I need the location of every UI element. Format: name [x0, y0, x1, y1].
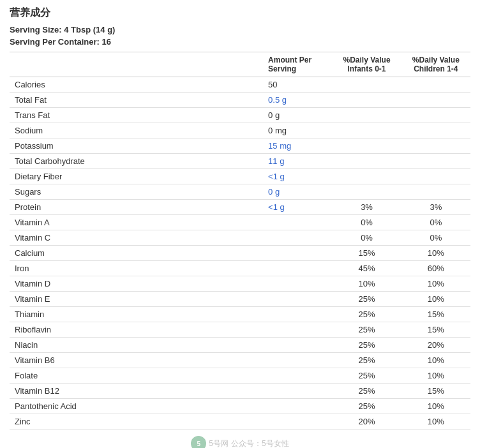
nutrient-amount: [263, 414, 332, 429]
table-row: Zinc20%10%: [10, 414, 470, 429]
nutrient-name: Protein: [10, 200, 263, 215]
nutrition-table: Amount Per Serving %Daily Value Infants …: [10, 52, 470, 429]
serving-per-value: 16: [102, 37, 111, 47]
nutrient-amount: 50: [263, 77, 332, 93]
panel-title: 营养成分: [10, 6, 470, 20]
nutrient-name: Vitamin C: [10, 230, 263, 246]
nutrient-dv1: 25%: [332, 307, 401, 322]
nutrient-name: Iron: [10, 261, 263, 276]
nutrient-dv1: 15%: [332, 246, 401, 261]
table-row: Total Fat0.5 g: [10, 93, 470, 108]
nutrient-name: Total Fat: [10, 93, 263, 108]
nutrient-amount: 0 mg: [263, 123, 332, 138]
nutrient-dv1: [332, 154, 401, 169]
col-dv2-header: %Daily Value Children 1-4: [401, 52, 470, 77]
nutrient-name: Niacin: [10, 338, 263, 353]
table-row: Trans Fat0 g: [10, 108, 470, 123]
nutrient-dv2: 15%: [401, 384, 470, 399]
nutrient-dv2: [401, 154, 470, 169]
nutrient-dv2: [401, 169, 470, 184]
nutrient-amount: <1 g: [263, 200, 332, 215]
nutrient-amount: [263, 307, 332, 322]
watermark-inner: 5 5号网 公众号：5号女性: [191, 436, 289, 448]
watermark-text: 5号网: [209, 438, 229, 449]
serving-size-label: Serving Size:: [10, 25, 62, 34]
nutrient-amount: 0 g: [263, 108, 332, 123]
nutrient-dv1: [332, 123, 401, 138]
nutrient-dv2: 10%: [401, 292, 470, 307]
table-header-row: Amount Per Serving %Daily Value Infants …: [10, 52, 470, 77]
nutrient-dv2: 10%: [401, 353, 470, 368]
table-row: Vitamin B1225%15%: [10, 384, 470, 399]
nutrient-dv2: [401, 108, 470, 123]
table-row: Dietary Fiber<1 g: [10, 169, 470, 184]
nutrient-dv2: [401, 77, 470, 93]
nutrient-dv1: [332, 138, 401, 154]
nutrient-name: Trans Fat: [10, 108, 263, 123]
nutrient-dv2: 0%: [401, 215, 470, 230]
table-row: Folate25%10%: [10, 368, 470, 384]
table-row: Iron45%60%: [10, 261, 470, 276]
nutrient-amount: 11 g: [263, 154, 332, 169]
nutrient-name: Riboflavin: [10, 322, 263, 338]
nutrient-dv2: [401, 138, 470, 154]
nutrient-name: Sodium: [10, 123, 263, 138]
nutrient-dv2: 10%: [401, 414, 470, 429]
nutrient-amount: <1 g: [263, 169, 332, 184]
nutrient-dv1: 10%: [332, 276, 401, 292]
table-row: Sodium0 mg: [10, 123, 470, 138]
nutrient-dv1: [332, 93, 401, 108]
table-row: Total Carbohydrate11 g: [10, 154, 470, 169]
table-row: Potassium15 mg: [10, 138, 470, 154]
table-row: Protein<1 g3%3%: [10, 200, 470, 215]
nutrient-dv2: 10%: [401, 399, 470, 414]
nutrient-amount: [263, 384, 332, 399]
nutrient-dv2: 60%: [401, 261, 470, 276]
nutrient-dv2: 15%: [401, 307, 470, 322]
nutrient-dv1: 25%: [332, 292, 401, 307]
nutrient-name: Total Carbohydrate: [10, 154, 263, 169]
table-row: Pantothenic Acid25%10%: [10, 399, 470, 414]
nutrient-dv1: 20%: [332, 414, 401, 429]
table-row: Calcium15%10%: [10, 246, 470, 261]
nutrient-dv2: [401, 93, 470, 108]
nutrient-amount: [263, 368, 332, 384]
col-dv1-header: %Daily Value Infants 0-1: [332, 52, 401, 77]
nutrient-amount: [263, 246, 332, 261]
nutrient-dv2: 10%: [401, 276, 470, 292]
nutrient-dv1: 0%: [332, 230, 401, 246]
nutrient-amount: [263, 292, 332, 307]
nutrient-amount: [263, 338, 332, 353]
nutrient-name: Vitamin D: [10, 276, 263, 292]
nutrient-name: Calories: [10, 77, 263, 93]
table-row: Riboflavin25%15%: [10, 322, 470, 338]
nutrient-dv1: 45%: [332, 261, 401, 276]
nutrient-dv2: 15%: [401, 322, 470, 338]
col-amount-header: Amount Per Serving: [263, 52, 332, 77]
table-row: Vitamin D10%10%: [10, 276, 470, 292]
nutrient-amount: [263, 215, 332, 230]
nutrient-amount: [263, 276, 332, 292]
table-row: Thiamin25%15%: [10, 307, 470, 322]
serving-per-row: Serving Per Container: 16: [10, 37, 470, 47]
nutrient-dv1: 25%: [332, 368, 401, 384]
nutrient-dv1: 25%: [332, 399, 401, 414]
nutrient-dv2: 20%: [401, 338, 470, 353]
nutrient-name: Thiamin: [10, 307, 263, 322]
nutrient-dv2: [401, 184, 470, 200]
nutrient-dv2: 3%: [401, 200, 470, 215]
nutrient-amount: 0.5 g: [263, 93, 332, 108]
nutrient-dv1: 3%: [332, 200, 401, 215]
nutrient-name: Vitamin B12: [10, 384, 263, 399]
nutrient-dv2: 10%: [401, 368, 470, 384]
table-row: Calories50: [10, 77, 470, 93]
nutrient-dv1: [332, 108, 401, 123]
table-row: Vitamin E25%10%: [10, 292, 470, 307]
nutrient-dv1: [332, 184, 401, 200]
nutrient-dv1: 25%: [332, 338, 401, 353]
nutrient-name: Vitamin B6: [10, 353, 263, 368]
nutrient-dv1: [332, 169, 401, 184]
table-row: Vitamin A0%0%: [10, 215, 470, 230]
table-row: Vitamin B625%10%: [10, 353, 470, 368]
nutrient-dv1: 0%: [332, 215, 401, 230]
